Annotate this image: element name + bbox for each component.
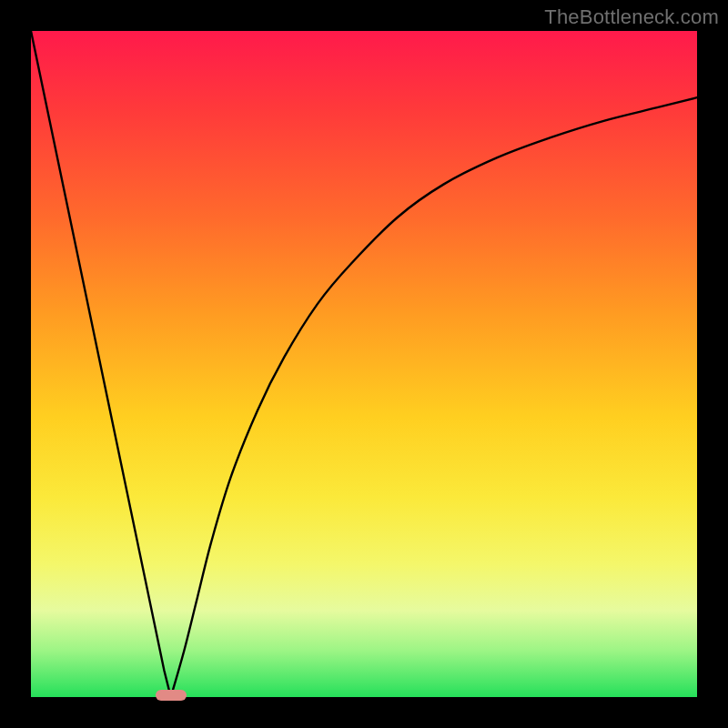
optimum-marker: [156, 690, 187, 701]
plot-area: [31, 31, 697, 697]
chart-frame: TheBottleneck.com: [0, 0, 728, 728]
curve-svg: [31, 31, 697, 697]
watermark-text: TheBottleneck.com: [544, 5, 719, 29]
curve-left: [31, 31, 171, 697]
curve-right: [171, 97, 697, 697]
